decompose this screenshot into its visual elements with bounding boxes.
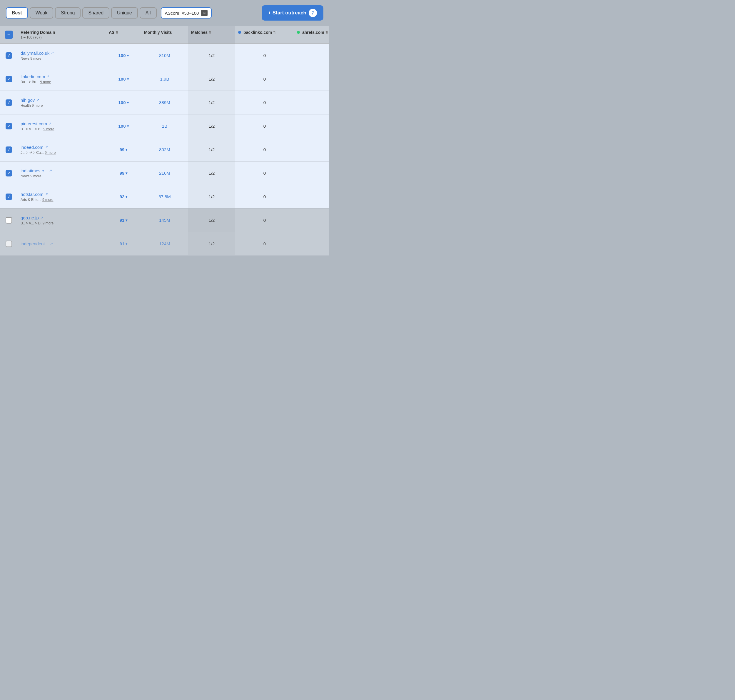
row-checkbox[interactable]: ✓ [6,147,12,153]
filter-btn-all[interactable]: All [139,7,157,19]
more-link[interactable]: 9 more [45,151,56,155]
row-domain-cell: indiatimes.c...↗News 9 more [18,162,106,185]
row-checkbox[interactable]: ✓ [6,52,12,59]
start-outreach-button[interactable]: + Start outreach 7 [262,5,323,21]
row-matches-cell: 1/2 [188,91,235,114]
row-ahrefs-cell: › 1 [294,44,329,67]
row-ahrefs-cell: › 1 [294,162,329,185]
as-trend-icon: ▾ [127,77,129,81]
matches-sort-icon[interactable]: ⇅ [209,31,211,34]
ahrefs-sort-icon[interactable]: ⇅ [326,31,328,34]
row-ahrefs-cell: › 1 [294,91,329,114]
domain-link[interactable]: indiatimes.c...↗ [21,168,52,173]
domain-link[interactable]: hotstar.com↗ [21,192,48,197]
row-backlinko-cell: 0 [235,91,294,114]
table-body: ✓dailymail.co.uk↗News 9 more100 ▾810M1/2… [0,44,329,256]
row-matches-cell: 1/2 [188,162,235,185]
as-value: 99 ▾ [120,171,128,176]
row-domain-cell: linkedin.com↗Bu... > Bu... 9 more [18,68,106,91]
external-link-icon: ↗ [51,51,54,55]
data-table: − Referring Domain 1 – 100 (767) AS ⇅ Mo… [0,26,329,256]
domain-subtitle: B.. > A... > B.. 9 more [21,127,54,131]
th-referring-domain: Referring Domain 1 – 100 (767) [18,26,106,44]
row-checkbox[interactable]: ✓ [6,123,12,129]
row-checkbox[interactable]: ✓ [6,170,12,176]
more-link[interactable]: 9 more [43,221,53,225]
ascore-filter-label: AScore: #50–100 [165,10,199,16]
domain-link[interactable]: dailymail.co.uk↗ [21,51,54,56]
visits-value: 216M [159,171,170,176]
domain-subtitle: News 9 more [21,174,41,178]
row-checkbox-cell [0,209,18,232]
domain-subtitle: Arts & Ente... 9 more [21,198,53,202]
as-trend-icon: ▾ [127,101,129,105]
domain-link[interactable]: goo.ne.jp↗ [21,215,43,220]
visits-value: 67.8M [158,194,171,199]
more-link[interactable]: 9 more [30,56,41,60]
filter-btn-unique[interactable]: Unique [111,7,138,19]
as-value: 99 ▾ [120,147,128,152]
domain-subtitle: News 9 more [21,56,41,60]
row-visits-cell: 802M [141,138,188,161]
row-checkbox[interactable] [6,217,12,224]
row-ahrefs-cell: › 1 [294,68,329,91]
external-link-icon: ↗ [45,145,48,149]
row-checkbox-cell: ✓ [0,91,18,114]
filter-buttons: BestWeakStrongSharedUniqueAll [6,7,157,19]
as-sort-icon[interactable]: ⇅ [116,31,118,34]
row-as-cell: 100 ▾ [106,44,141,67]
th-ahrefs-label: ahrefs.com [302,30,324,35]
filter-btn-weak[interactable]: Weak [30,7,53,19]
row-visits-cell: 67.8M [141,185,188,208]
ahrefs-dot [297,31,300,34]
more-link[interactable]: 9 more [30,174,41,178]
as-value: 91 ▾ [120,218,128,223]
more-link[interactable]: 9 more [40,80,51,84]
visits-value: 1.9B [160,76,169,81]
row-domain-cell: independent...↗ [18,232,106,255]
th-as: AS ⇅ [106,26,141,44]
table-row: ✓pinterest.com↗B.. > A... > B.. 9 more10… [0,115,329,138]
row-checkbox-cell: ✓ [0,44,18,67]
domain-subtitle: J... > ↵ > Ca... 9 more [21,151,56,155]
row-ahrefs-cell: › 1 [294,232,329,255]
row-visits-cell: 389M [141,91,188,114]
row-checkbox-cell: ✓ [0,162,18,185]
row-ahrefs-cell: › 2 [294,209,329,232]
more-link[interactable]: 9 more [43,127,54,131]
domain-link[interactable]: nih.gov↗ [21,98,39,103]
row-checkbox[interactable]: ✓ [6,99,12,106]
row-backlinko-cell: 0 [235,68,294,91]
domain-link[interactable]: indeed.com↗ [21,145,48,150]
filter-btn-shared[interactable]: Shared [82,7,109,19]
external-link-icon: ↗ [40,216,43,220]
backlinko-sort-icon[interactable]: ⇅ [273,31,276,34]
row-backlinko-cell: 0 [235,44,294,67]
row-checkbox[interactable]: ✓ [6,76,12,82]
row-checkbox[interactable]: ✓ [6,194,12,200]
th-as-label: AS [109,30,114,35]
domain-link[interactable]: linkedin.com↗ [21,74,49,79]
row-checkbox[interactable] [6,241,12,247]
ascore-filter-clear-button[interactable]: ✕ [201,10,208,16]
deselect-all-button[interactable]: − [5,31,13,39]
toolbar: BestWeakStrongSharedUniqueAll AScore: #5… [0,0,329,26]
as-value: 91 ▾ [120,241,128,246]
th-ahrefs: ahrefs.com ⇅ [294,26,329,44]
row-visits-cell: 124M [141,232,188,255]
th-monthly-visits: Monthly Visits [141,26,188,44]
row-domain-cell: indeed.com↗J... > ↵ > Ca... 9 more [18,138,106,161]
domain-link[interactable]: independent...↗ [21,241,53,246]
table-row: ✓hotstar.com↗Arts & Ente... 9 more92 ▾67… [0,185,329,209]
row-matches-cell: 1/2 [188,44,235,67]
row-checkbox-cell: ✓ [0,138,18,161]
th-referring-domain-range: 1 – 100 (767) [21,35,41,40]
filter-btn-strong[interactable]: Strong [55,7,81,19]
visits-value: 802M [159,147,170,152]
start-outreach-label: + Start outreach [268,10,307,16]
more-link[interactable]: 9 more [32,103,43,107]
row-visits-cell: 1.9B [141,68,188,91]
domain-link[interactable]: pinterest.com↗ [21,121,51,126]
more-link[interactable]: 9 more [43,198,53,202]
filter-btn-best[interactable]: Best [6,7,28,19]
